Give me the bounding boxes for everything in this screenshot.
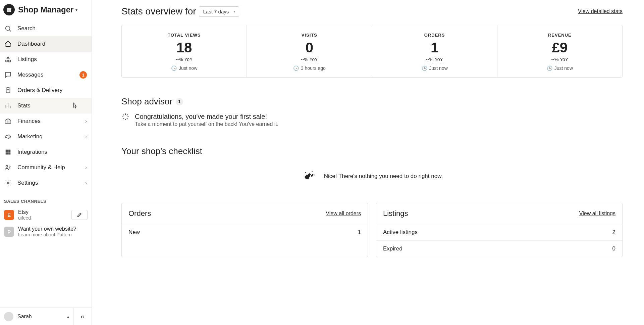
row-value: 1 — [358, 229, 361, 236]
sidebar-item-marketing[interactable]: Marketing › — [0, 129, 92, 144]
sidebar-item-label: Community & Help — [17, 164, 65, 171]
orders-panel: Orders View all orders New 1 — [121, 203, 368, 257]
shop-advisor-title: Shop advisor 1 — [121, 96, 623, 107]
sidebar-item-label: Listings — [17, 56, 37, 63]
avatar — [4, 312, 13, 321]
stat-label: ORDERS — [376, 33, 494, 38]
row-label: Active listings — [383, 229, 418, 236]
shapes-icon — [4, 56, 12, 63]
celebrate-icon — [301, 169, 317, 184]
channel-etsy[interactable]: E Etsy uifeed — [0, 206, 92, 223]
view-all-orders-link[interactable]: View all orders — [326, 211, 361, 217]
panel-title: Orders — [128, 209, 151, 218]
stat-label: TOTAL VIEWS — [125, 33, 243, 38]
period-select[interactable]: Last 7 days — [199, 6, 239, 17]
orders-list: New 1 — [122, 224, 368, 240]
chevron-right-icon: › — [85, 118, 87, 124]
view-all-listings-link[interactable]: View all listings — [579, 211, 615, 217]
svg-point-13 — [314, 175, 315, 176]
stat-yoy: --% YoY — [551, 57, 569, 63]
chevron-right-icon: › — [85, 134, 87, 140]
gear-icon — [4, 179, 12, 187]
stat-label: VISITS — [250, 33, 368, 38]
checklist-empty: Nice! There's nothing you need to do rig… — [121, 162, 623, 203]
clock-icon: 🕒 — [293, 65, 299, 71]
svg-point-8 — [6, 166, 8, 168]
stats-header: Stats overview for Last 7 days View deta… — [121, 6, 623, 17]
stat-revenue[interactable]: REVENUE £9 --% YoY 🕒 Just now — [497, 25, 622, 77]
channel-handle: uifeed — [18, 215, 67, 221]
pattern-title: Want your own website? — [18, 226, 88, 232]
list-item[interactable]: Expired 0 — [376, 241, 622, 257]
stat-orders[interactable]: ORDERS 1 --% YoY 🕒 Just now — [372, 25, 497, 77]
stat-value: 18 — [125, 38, 243, 56]
sparkle-icon — [121, 113, 129, 127]
chat-icon — [4, 71, 12, 79]
edit-channel-button[interactable] — [71, 210, 88, 220]
user-name: Sarah — [17, 314, 32, 320]
sidebar-item-search[interactable]: Search — [0, 21, 92, 36]
stat-yoy: --% YoY — [426, 57, 443, 63]
stat-yoy: --% YoY — [301, 57, 318, 63]
user-menu[interactable]: Sarah ▴ — [0, 308, 73, 325]
stat-time: 🕒 Just now — [171, 65, 197, 71]
clock-icon: 🕒 — [547, 65, 552, 71]
stat-yoy: --% YoY — [176, 57, 193, 63]
stat-value: 0 — [250, 38, 368, 56]
megaphone-icon — [4, 133, 12, 140]
shop-manager-menu[interactable]: Shop Manager ▾ — [0, 0, 92, 19]
sidebar-item-community[interactable]: Community & Help › — [0, 160, 92, 175]
svg-point-0 — [6, 26, 10, 31]
advisor-card: Congratulations, you've made your first … — [121, 113, 623, 146]
checklist-title: Your shop's checklist — [121, 146, 623, 156]
sidebar-item-stats[interactable]: Stats — [0, 98, 92, 113]
search-icon — [4, 25, 12, 32]
sidebar-item-label: Stats — [17, 102, 31, 109]
stat-time: 🕒 Just now — [547, 65, 573, 71]
sidebar-item-label: Integrations — [17, 149, 47, 155]
sidebar-item-label: Dashboard — [17, 41, 45, 47]
sidebar-item-dashboard[interactable]: Dashboard — [0, 36, 92, 52]
advisor-count-badge: 1 — [176, 98, 183, 105]
sidebar-item-listings[interactable]: Listings — [0, 52, 92, 67]
stat-total-views[interactable]: TOTAL VIEWS 18 --% YoY 🕒 Just now — [122, 25, 247, 77]
pattern-sub: Learn more about Pattern — [18, 232, 88, 237]
list-item[interactable]: New 1 — [122, 224, 368, 240]
advisor-body: Take a moment to pat yourself on the bac… — [135, 121, 278, 127]
svg-point-10 — [7, 182, 9, 184]
clock-icon: 🕒 — [422, 65, 427, 71]
stat-value: £9 — [501, 38, 619, 56]
svg-rect-4 — [6, 150, 8, 152]
sidebar-item-settings[interactable]: Settings › — [0, 175, 92, 191]
stat-time: 🕒 3 hours ago — [293, 65, 326, 71]
bar-chart-icon — [4, 102, 12, 109]
sales-channels-label: SALES CHANNELS — [0, 191, 92, 206]
chevron-right-icon: › — [85, 180, 87, 186]
clipboard-icon — [4, 87, 12, 94]
svg-rect-6 — [6, 152, 8, 154]
sidebar-item-integrations[interactable]: Integrations — [0, 144, 92, 160]
sidebar-item-finances[interactable]: Finances › — [0, 113, 92, 129]
clock-icon: 🕒 — [171, 65, 177, 71]
sidebar-item-orders[interactable]: Orders & Delivery — [0, 83, 92, 98]
svg-point-12 — [312, 171, 313, 172]
row-label: New — [128, 229, 140, 236]
main-content: Stats overview for Last 7 days View deta… — [92, 0, 644, 325]
sidebar-item-messages[interactable]: Messages 1 — [0, 67, 92, 83]
list-item[interactable]: Active listings 2 — [376, 224, 622, 241]
view-detailed-stats-link[interactable]: View detailed stats — [578, 8, 623, 14]
sidebar-item-label: Marketing — [17, 133, 43, 140]
svg-point-9 — [9, 166, 10, 167]
sidebar-nav: Search Dashboard Listings Messages 1 — [0, 19, 92, 308]
stat-visits[interactable]: VISITS 0 --% YoY 🕒 3 hours ago — [247, 25, 372, 77]
chevron-right-icon: › — [85, 165, 87, 171]
page-title: Stats overview for — [121, 6, 196, 17]
sidebar-item-label: Orders & Delivery — [17, 87, 62, 94]
collapse-sidebar-button[interactable]: « — [73, 308, 92, 325]
pattern-tile-icon: P — [4, 227, 14, 237]
svg-rect-3 — [6, 88, 10, 93]
channel-pattern[interactable]: P Want your own website? Learn more abou… — [0, 223, 92, 240]
home-icon — [4, 40, 12, 48]
panel-title: Listings — [383, 209, 408, 218]
sidebar-item-label: Settings — [17, 180, 38, 186]
